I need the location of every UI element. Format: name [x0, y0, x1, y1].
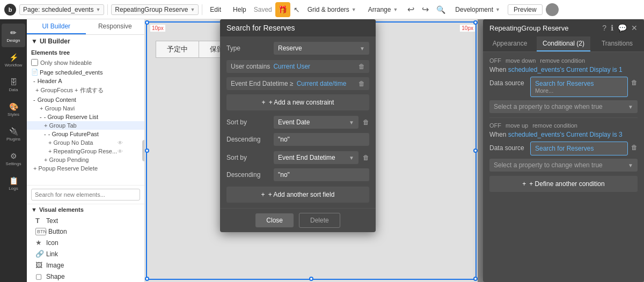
workflow-label: Workflow	[5, 63, 23, 68]
visual-item-button[interactable]: BTN Button	[27, 226, 144, 237]
development-button[interactable]: Development ▼	[451, 5, 504, 14]
logs-label: Logs	[9, 186, 18, 191]
px-label-right: 10px	[460, 25, 475, 32]
comment-icon[interactable]: 💬	[618, 24, 627, 32]
modal-close-button[interactable]: Close	[255, 213, 294, 227]
tab-appearance[interactable]: Appearance	[483, 36, 537, 51]
tree-header[interactable]: ▼ UI Builder	[27, 35, 144, 48]
handle-bot-mid[interactable]	[309, 277, 313, 281]
help-button[interactable]: Help	[229, 5, 251, 14]
sidebar-item-settings[interactable]: ⚙ Settings	[2, 147, 25, 170]
sidebar-item-logs[interactable]: 📋 Logs	[2, 172, 25, 195]
rg-selector[interactable]: RepeatingGroup Reserve ▼	[111, 4, 199, 15]
event-filter-delete-icon[interactable]: 🗑	[358, 80, 365, 87]
settings-label: Settings	[6, 161, 21, 166]
gift-icon[interactable]: 🎁	[275, 2, 290, 17]
search-input[interactable]	[31, 189, 140, 201]
preview-button[interactable]: Preview	[508, 4, 543, 15]
redo-button[interactable]: ↪	[420, 4, 431, 14]
toolbar-divider1	[107, 4, 108, 15]
link-icon: 🔗	[35, 250, 46, 258]
visual-item-link[interactable]: 🔗 Link	[27, 248, 144, 259]
type-dropdown[interactable]: Reserve ▼	[274, 42, 369, 55]
cond1-ds-value[interactable]: Search for Reserves More...	[530, 77, 628, 97]
page-selector[interactable]: Page: scheduled_events ▼	[19, 4, 104, 15]
cond1-off[interactable]: OFF	[489, 57, 501, 64]
sidebar-item-plugins[interactable]: 🔌 Plugins	[2, 122, 25, 146]
handle-top-right[interactable]	[473, 20, 478, 25]
visual-elements-title[interactable]: ▼ Visual elements	[27, 204, 144, 215]
tab-yoteichuu[interactable]: 予定中	[156, 41, 199, 58]
cond2-remove[interactable]: remove condition	[532, 122, 577, 129]
search-button[interactable]: 🔍	[434, 5, 448, 14]
cond1-when-value[interactable]: scheduled_events's Current Display is 1	[508, 66, 623, 73]
tree-item-group-pending[interactable]: + Group Pending	[27, 155, 144, 164]
close-icon[interactable]: ✕	[631, 24, 638, 32]
handle-top-left[interactable]	[145, 20, 149, 25]
cond2-move-up[interactable]: move up	[506, 122, 528, 129]
tab-transitions[interactable]: Transitions	[590, 36, 644, 51]
handle-mid-left[interactable]	[145, 149, 149, 153]
desc-value-1: "no"	[274, 133, 369, 146]
hideable-checkbox[interactable]	[31, 59, 38, 66]
search-box	[27, 185, 144, 204]
cond1-select[interactable]: Select a property to change when true ▼	[489, 100, 638, 113]
tree-item-group-reserve-list[interactable]: - - Group Reserve List	[27, 113, 144, 121]
cond1-ds-delete[interactable]: 🗑	[631, 77, 638, 86]
modal-rg-body: OFF move down remove condition When sche…	[483, 52, 644, 197]
user-avatar[interactable]	[546, 3, 559, 16]
visual-item-image[interactable]: 🖼 Image	[27, 259, 144, 271]
tree-item-group-no-data[interactable]: + Group No Data 👁	[27, 138, 144, 147]
tab-conditional[interactable]: Conditional (2)	[537, 36, 590, 51]
cond2-off[interactable]: OFF	[489, 122, 501, 129]
sort-dropdown-1[interactable]: Event Date ▼	[274, 116, 358, 129]
grid-button[interactable]: Grid & borders ▼	[303, 5, 361, 14]
sort-delete-1[interactable]: 🗑	[363, 118, 369, 126]
add-sort-button[interactable]: + + Add another sort field	[226, 187, 369, 203]
tree-item-group-content[interactable]: - Group Content	[27, 95, 144, 104]
user-filter-delete-icon[interactable]: 🗑	[358, 63, 365, 70]
visual-item-shape[interactable]: ▢ Shape	[27, 271, 144, 282]
visual-item-icon[interactable]: ★ Icon	[27, 237, 144, 248]
sidebar-item-data[interactable]: 🗄 Data	[2, 73, 25, 97]
tree-item-group-focus[interactable]: + GroupFocus + 作成する	[27, 85, 144, 95]
cond2-select[interactable]: Select a property to change when true ▼	[489, 159, 638, 172]
tree-item-group-navi[interactable]: + Group Navi	[27, 104, 144, 113]
cond2-ds-delete[interactable]: 🗑	[631, 142, 638, 151]
sort-dropdown-2[interactable]: Event End Datetime ▼	[274, 151, 358, 164]
type-dropdown-arrow: ▼	[360, 46, 365, 51]
tree-item-group-tab[interactable]: + Group Tab	[27, 121, 144, 130]
add-constraint-button[interactable]: + + Add a new constraint	[226, 94, 369, 110]
handle-mid-right[interactable]	[473, 149, 478, 153]
modal-delete-button[interactable]: Delete	[299, 213, 340, 228]
define-condition-button[interactable]: + + Define another condition	[489, 176, 638, 192]
tree-item-header-a[interactable]: - Header A	[27, 77, 144, 85]
tree-item-popup-reserve-delete[interactable]: + Popup Reserve Delete	[27, 164, 144, 173]
cond2-ds-value[interactable]: Search for Reserves	[530, 142, 628, 155]
info-icon[interactable]: ℹ	[611, 24, 613, 32]
tree-item-page[interactable]: 📄 Page scheduled_events	[27, 68, 144, 77]
sidebar-item-design[interactable]: ✏ Design	[2, 24, 25, 47]
question-icon[interactable]: ?	[602, 24, 606, 32]
cursor-icon[interactable]: ↖	[294, 5, 300, 14]
edit-button[interactable]: Edit	[206, 5, 225, 14]
sidebar-item-workflow[interactable]: ⚡ Workflow	[2, 48, 25, 72]
undo-button[interactable]: ↩	[405, 4, 416, 14]
tab-ui-builder[interactable]: UI Builder	[27, 19, 86, 34]
tree-item-rg-reserve[interactable]: + RepeatingGroup Rese... 👁	[27, 147, 144, 155]
sort-delete-2[interactable]: 🗑	[363, 154, 369, 161]
logs-icon: 📋	[9, 176, 18, 185]
modal-search-header: Search for Reserves	[220, 19, 376, 36]
handle-bot-left[interactable]	[145, 277, 149, 281]
tab-responsive[interactable]: Responsive	[86, 19, 145, 34]
visual-item-text[interactable]: T Text	[27, 215, 144, 226]
only-show-hideable[interactable]: Only show hideable	[27, 57, 144, 68]
handle-bot-right[interactable]	[473, 277, 478, 281]
cond1-remove[interactable]: remove condition	[540, 57, 585, 64]
arrange-button[interactable]: Arrange ▼	[364, 5, 402, 14]
cond1-move-down[interactable]: move down	[506, 57, 536, 64]
tree-item-group-future-past[interactable]: - - Group FuturePast	[27, 130, 144, 138]
cond2-when-value[interactable]: scheduled_events's Current Display is 3	[508, 131, 623, 138]
sidebar-item-styles[interactable]: 🎨 Styles	[2, 98, 25, 121]
cond2-datasource-row: Data source Search for Reserves 🗑	[489, 142, 638, 155]
